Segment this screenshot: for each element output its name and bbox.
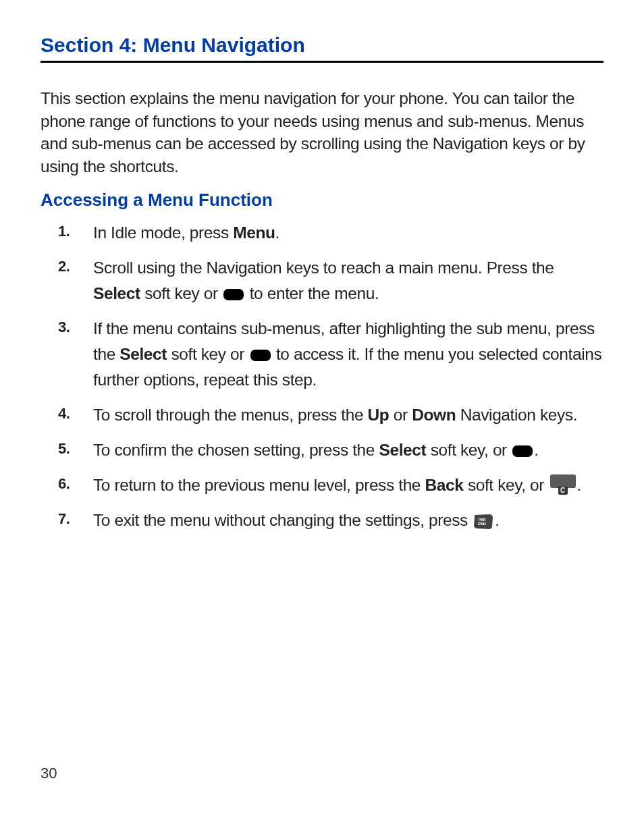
step-4-bold-up: Up bbox=[368, 406, 390, 424]
step-5-bold: Select bbox=[379, 441, 426, 459]
title-underline bbox=[41, 61, 603, 63]
nav-key-icon bbox=[250, 350, 271, 361]
svg-text:END: END bbox=[479, 522, 487, 526]
step-1-text-c: . bbox=[275, 223, 279, 242]
step-3: If the menu contains sub-menus, after hi… bbox=[58, 316, 603, 393]
page-number: 30 bbox=[41, 765, 57, 782]
step-3-bold: Select bbox=[119, 345, 167, 363]
subheading: Accessing a Menu Function bbox=[41, 190, 603, 211]
steps-list: In Idle mode, press Menu. Scroll using t… bbox=[41, 220, 603, 537]
step-5-text-c: soft key, or bbox=[426, 441, 511, 459]
step-2-text-d: to enter the menu. bbox=[245, 284, 379, 302]
step-4-text-c: or bbox=[389, 406, 412, 424]
step-1-bold: Menu bbox=[233, 223, 275, 242]
step-4-text-e: Navigation keys. bbox=[456, 406, 577, 424]
section-title: Section 4: Menu Navigation bbox=[41, 34, 603, 57]
step-7-text-a: To exit the menu without changing the se… bbox=[93, 511, 472, 529]
nav-key-icon bbox=[512, 445, 533, 457]
step-6-bold: Back bbox=[425, 476, 463, 494]
step-6-text-d: . bbox=[577, 476, 581, 494]
intro-paragraph: This section explains the menu navigatio… bbox=[41, 87, 603, 178]
step-7-text-b: . bbox=[495, 511, 499, 529]
c-key-letter: C bbox=[558, 487, 568, 495]
step-5-text-d: . bbox=[534, 441, 538, 459]
step-7: To exit the menu without changing the se… bbox=[58, 508, 603, 537]
step-4: To scroll through the menus, press the U… bbox=[58, 402, 603, 428]
document-page: Section 4: Menu Navigation This section … bbox=[0, 0, 644, 816]
step-1-text-a: In Idle mode, press bbox=[93, 223, 233, 242]
step-2-bold: Select bbox=[93, 284, 140, 302]
c-key-icon: C bbox=[550, 474, 576, 488]
step-6-text-a: To return to the previous menu level, pr… bbox=[93, 476, 425, 494]
step-6: To return to the previous menu level, pr… bbox=[58, 472, 603, 498]
step-5: To confirm the chosen setting, press the… bbox=[58, 437, 603, 463]
nav-key-icon bbox=[223, 289, 244, 300]
step-3-text-c: soft key or bbox=[167, 345, 248, 363]
step-4-text-a: To scroll through the menus, press the bbox=[93, 406, 368, 424]
step-6-text-c: soft key, or bbox=[463, 476, 548, 494]
step-1: In Idle mode, press Menu. bbox=[58, 220, 603, 246]
step-4-bold-down: Down bbox=[412, 406, 456, 424]
step-5-text-a: To confirm the chosen setting, press the bbox=[93, 441, 379, 459]
step-2: Scroll using the Navigation keys to reac… bbox=[58, 255, 603, 306]
pwr-end-key-icon: PWREND bbox=[473, 511, 493, 537]
step-2-text-c: soft key or bbox=[140, 284, 222, 302]
step-2-text-a: Scroll using the Navigation keys to reac… bbox=[93, 259, 554, 277]
